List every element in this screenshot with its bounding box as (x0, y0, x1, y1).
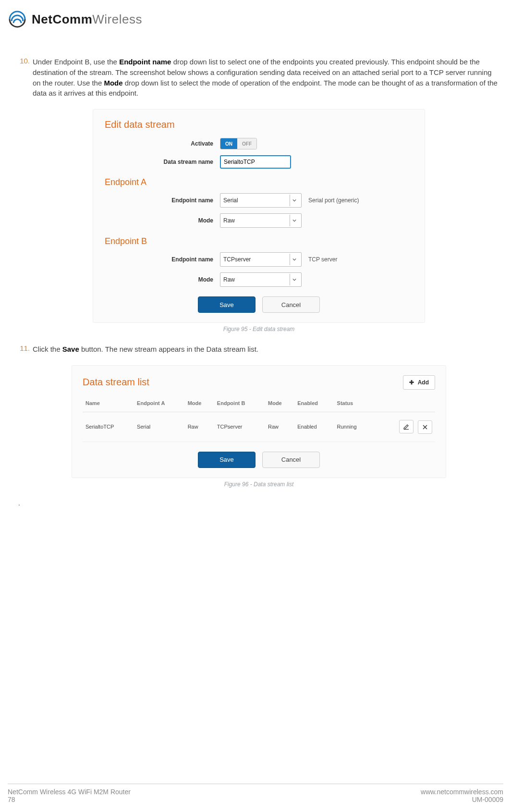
stream-name-label: Data stream name (105, 159, 220, 165)
endpoint-a-hint: Serial port (generic) (308, 197, 359, 204)
col-endpoint-a: Endpoint A (134, 396, 185, 412)
cell-endpoint-b: TCPserver (214, 412, 265, 442)
edit-button[interactable] (399, 420, 414, 433)
col-mode-b: Mode (265, 396, 294, 412)
delete-button[interactable] (418, 420, 432, 434)
endpoint-a-name-select[interactable]: Serial (220, 193, 302, 208)
pencil-icon (403, 423, 410, 430)
col-endpoint-b: Endpoint B (214, 396, 265, 412)
chevron-down-icon (290, 274, 298, 285)
col-mode-a: Mode (185, 396, 214, 412)
close-icon (422, 424, 428, 430)
endpoint-b-hint: TCP server (308, 256, 337, 263)
endpoint-b-name-label: Endpoint name (105, 256, 220, 263)
save-button[interactable]: Save (198, 452, 256, 468)
cell-name: SerialtoTCP (83, 412, 134, 442)
step-text: Click the Save button. The new stream ap… (33, 344, 499, 355)
endpoint-a-heading: Endpoint A (105, 177, 413, 187)
data-stream-table: Name Endpoint A Mode Endpoint B Mode Ena… (83, 396, 435, 442)
figure-caption: Figure 96 - Data stream list (18, 481, 499, 488)
endpoint-b-heading: Endpoint B (105, 236, 413, 246)
activate-toggle[interactable]: ON OFF (220, 138, 257, 149)
activate-label: Activate (105, 140, 220, 147)
logo-icon (8, 10, 27, 29)
figure-caption: Figure 95 - Edit data stream (18, 326, 499, 332)
toggle-on[interactable]: ON (220, 138, 237, 149)
step-10: 10. Under Endpoint B, use the Endpoint n… (18, 57, 499, 98)
col-name: Name (83, 396, 134, 412)
endpoint-a-mode-label: Mode (105, 217, 220, 224)
data-stream-list-panel: Data stream list ✚ Add Name Endpoint A M… (72, 365, 446, 478)
table-header-row: Name Endpoint A Mode Endpoint B Mode Ena… (83, 396, 435, 412)
footer-page: 78 (8, 796, 131, 803)
toggle-off[interactable]: OFF (237, 138, 256, 149)
col-status: Status (334, 396, 373, 412)
footer-product: NetComm Wireless 4G WiFi M2M Router (8, 788, 131, 796)
step-11: 11. Click the Save button. The new strea… (18, 344, 499, 355)
footer-site: www.netcommwireless.com (421, 788, 503, 796)
endpoint-b-mode-label: Mode (105, 276, 220, 283)
page-footer: NetComm Wireless 4G WiFi M2M Router 78 w… (8, 784, 503, 803)
add-button[interactable]: ✚ Add (403, 375, 435, 390)
cell-mode-a: Raw (185, 412, 214, 442)
footer-doc: UM-00009 (421, 796, 503, 803)
chevron-down-icon (290, 195, 298, 206)
logo-text-bold: NetComm (32, 12, 92, 26)
panel-title: Data stream list (83, 377, 149, 388)
logo-text: NetCommWireless (32, 12, 142, 27)
save-button[interactable]: Save (198, 296, 256, 313)
endpoint-a-name-label: Endpoint name (105, 197, 220, 204)
step-text: Under Endpoint B, use the Endpoint name … (33, 57, 499, 98)
cancel-button[interactable]: Cancel (262, 296, 320, 313)
cell-mode-b: Raw (265, 412, 294, 442)
edit-data-stream-panel: Edit data stream Activate ON OFF Data st… (93, 109, 425, 323)
cancel-button[interactable]: Cancel (262, 452, 320, 468)
cell-enabled: Enabled (294, 412, 334, 442)
endpoint-a-mode-select[interactable]: Raw (220, 213, 302, 228)
chevron-down-icon (290, 215, 298, 226)
brand-logo: NetCommWireless (8, 10, 142, 29)
col-enabled: Enabled (294, 396, 334, 412)
logo-text-light: Wireless (92, 12, 142, 26)
endpoint-b-mode-select[interactable]: Raw (220, 272, 302, 287)
step-number: 10. (18, 57, 30, 98)
plus-icon: ✚ (409, 379, 414, 386)
table-row: SerialtoTCP Serial Raw TCPserver Raw Ena… (83, 412, 435, 442)
chevron-down-icon (290, 254, 298, 265)
cell-status: Running (334, 412, 373, 442)
stream-name-input[interactable] (220, 155, 291, 169)
cell-endpoint-a: Serial (134, 412, 185, 442)
stray-period: . (18, 499, 499, 507)
panel-title: Edit data stream (105, 119, 413, 130)
endpoint-b-name-select[interactable]: TCPserver (220, 252, 302, 267)
step-number: 11. (18, 344, 30, 355)
